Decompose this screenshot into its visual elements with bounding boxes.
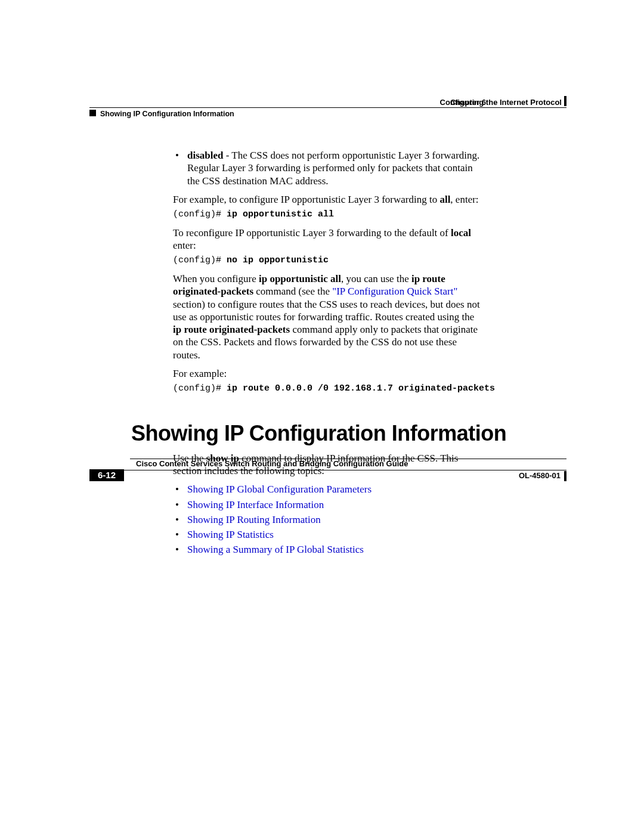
code-ip-opportunistic-all: (config)# ip opportunistic all — [173, 209, 483, 221]
body-content: disabled - The CSS does not perform oppo… — [173, 149, 483, 395]
para-example-all: For example, to configure IP opportunist… — [173, 193, 483, 206]
command: ip opportunistic all — [227, 209, 334, 219]
command: no ip opportunistic — [227, 255, 329, 265]
bold: ip opportunistic all — [259, 273, 341, 284]
text-disabled: - The CSS does not perform opportunistic… — [187, 150, 479, 187]
text: command (see the — [253, 286, 332, 297]
link-bullet: Showing IP Statistics — [173, 528, 483, 541]
link-interface-info[interactable]: Showing IP Interface Information — [187, 499, 324, 510]
header-vbar-icon — [564, 96, 566, 106]
text: , enter: — [450, 194, 478, 205]
term-disabled: disabled — [187, 150, 223, 161]
code-no-ip-opportunistic: (config)# no ip opportunistic — [173, 255, 483, 267]
header-chapter-title: Configuring the Internet Protocol — [440, 98, 562, 107]
para-reconfig: To reconfigure IP opportunistic Layer 3 … — [173, 227, 483, 252]
header-section-title: Showing IP Configuration Information — [100, 110, 234, 118]
command: ip route 0.0.0.0 /0 192.168.1.7 originat… — [227, 383, 495, 394]
link-bullet: Showing IP Global Configuration Paramete… — [173, 483, 483, 496]
text: , you can use the — [341, 273, 411, 284]
header-square-icon — [89, 110, 96, 116]
header-rule — [89, 107, 566, 108]
bold-local: local — [451, 227, 471, 239]
link-bullet: Showing IP Routing Information — [173, 513, 483, 526]
text: For example, to configure IP opportunist… — [173, 194, 439, 205]
bold: ip route originated-packets — [173, 324, 290, 335]
para-for-example: For example: — [173, 367, 483, 380]
prompt: (config)# — [173, 255, 227, 265]
prompt: (config)# — [173, 383, 227, 394]
footer-vbar-icon — [564, 471, 566, 481]
prompt: (config)# — [173, 209, 227, 219]
text: section) to configure routes that the CS… — [173, 299, 480, 323]
bold-all: all — [439, 194, 450, 205]
heading-showing-ip-config: Showing IP Configuration Information — [131, 421, 566, 446]
code-ip-route: (config)# ip route 0.0.0.0 /0 192.168.1.… — [173, 383, 483, 395]
link-global-config-params[interactable]: Showing IP Global Configuration Paramete… — [187, 484, 371, 495]
link-routing-info[interactable]: Showing IP Routing Information — [187, 514, 321, 525]
text: To reconfigure IP opportunistic Layer 3 … — [173, 227, 451, 239]
doc-number: OL-4580-01 — [519, 471, 561, 480]
text: enter: — [173, 240, 196, 251]
link-bullet: Showing IP Interface Information — [173, 498, 483, 511]
link-ip-config-quickstart[interactable]: "IP Configuration Quick Start" — [332, 286, 457, 297]
link-summary-global-stats[interactable]: Showing a Summary of IP Global Statistic… — [187, 544, 364, 555]
footer-rule-bottom — [89, 470, 566, 470]
para-when-configure: When you configure ip opportunistic all,… — [173, 272, 483, 361]
link-bullet: Showing a Summary of IP Global Statistic… — [173, 543, 483, 556]
footer-guide-title: Cisco Content Services Switch Routing an… — [136, 459, 408, 468]
text: When you configure — [173, 273, 259, 284]
link-ip-statistics[interactable]: Showing IP Statistics — [187, 529, 274, 540]
page-number: 6-12 — [89, 469, 124, 481]
bullet-disabled: disabled - The CSS does not perform oppo… — [173, 149, 483, 187]
